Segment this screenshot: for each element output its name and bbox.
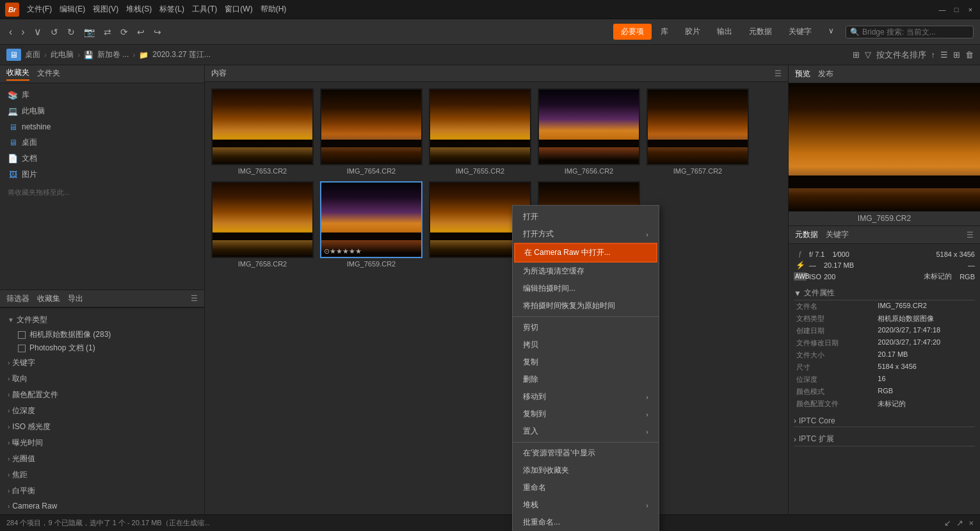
filter-icon[interactable]: ▽	[865, 50, 871, 60]
menu-stack[interactable]: 堆栈(S)	[126, 4, 152, 15]
filter-keywords[interactable]: › 关键字	[0, 355, 204, 371]
psd-checkbox[interactable]	[18, 345, 26, 352]
tab-essentials[interactable]: 必要项	[613, 24, 652, 40]
thumb-img-7655[interactable]	[429, 88, 531, 165]
thumb-img-7659[interactable]: ⊙★★★★★	[320, 181, 422, 258]
minimize-button[interactable]: —	[938, 5, 947, 14]
path-computer[interactable]: 此电脑	[51, 49, 74, 60]
thumb-7654[interactable]: IMG_7654.CR2	[320, 88, 422, 175]
tab-keywords[interactable]: 关键字	[781, 24, 819, 40]
ctx-copy[interactable]: 拷贝	[513, 336, 659, 354]
sidebar-item-library[interactable]: 📚 库	[0, 87, 204, 103]
iptc-ext-title[interactable]: › IPTC 扩展	[794, 432, 975, 446]
menu-window[interactable]: 窗口(W)	[225, 4, 252, 15]
ctx-rename[interactable]: 重命名	[513, 479, 659, 496]
filter-bitdepth[interactable]: › 位深度	[0, 403, 204, 419]
filter-colorprofile[interactable]: › 颜色配置文件	[0, 387, 204, 403]
thumb-img-7653[interactable]	[211, 88, 314, 165]
tab-more[interactable]: ∨	[821, 24, 842, 40]
thumb-7659[interactable]: ⊙★★★★★ IMG_7659.CR2	[320, 181, 422, 268]
filter-exposure[interactable]: › 曝光时间	[0, 435, 204, 451]
ctx-clear-cache[interactable]: 为所选项清空缓存	[513, 263, 659, 280]
tab-metadata-right[interactable]: 元数据	[795, 229, 818, 240]
ctx-copy-to[interactable]: 复制到 ›	[513, 405, 659, 423]
filter-whitebalance[interactable]: › 白平衡	[0, 483, 204, 499]
view-options-icon[interactable]: ⊞	[853, 50, 860, 60]
thumb-7653[interactable]: IMG_7653.CR2	[211, 88, 314, 175]
filter-cameraraw[interactable]: › Camera Raw	[0, 499, 204, 513]
view-grid-icon[interactable]: ⊞	[953, 50, 960, 60]
maximize-button[interactable]: □	[952, 5, 961, 14]
thumb-7658[interactable]: IMG_7658.CR2	[211, 181, 314, 268]
menu-view[interactable]: 视图(V)	[93, 4, 118, 15]
sidebar-item-documents[interactable]: 📄 文档	[0, 151, 204, 167]
move-icon[interactable]: ⇄	[101, 26, 114, 38]
menu-help[interactable]: 帮助(H)	[261, 4, 287, 15]
tab-metadata[interactable]: 元数据	[741, 24, 780, 40]
menu-tools[interactable]: 工具(T)	[192, 4, 217, 15]
view-list-icon[interactable]: ☰	[940, 50, 948, 60]
path-folder[interactable]: 2020.3.27 莲江...	[152, 49, 211, 60]
camera-icon[interactable]: 📷	[81, 26, 97, 38]
filter-psd[interactable]: Photoshop 文档 (1)	[0, 341, 204, 355]
filter-filetype[interactable]: ▼ 文件类型	[0, 312, 204, 328]
path-desktop[interactable]: 桌面	[25, 49, 40, 60]
ctx-open[interactable]: 打开	[513, 208, 659, 225]
refresh-icon[interactable]: ⟳	[118, 26, 131, 38]
thumb-img-7654[interactable]	[320, 88, 422, 165]
tab-publish[interactable]: 发布	[818, 69, 833, 79]
filter-raw[interactable]: 相机原始数据图像 (283)	[0, 328, 204, 341]
thumb-img-7658[interactable]	[211, 181, 314, 258]
iptc-core-title[interactable]: › IPTC Core	[794, 415, 975, 427]
thumb-7657[interactable]: IMG_7657.CR2	[647, 88, 749, 175]
search-input[interactable]	[862, 28, 958, 37]
sidebar-item-computer[interactable]: 💻 此电脑	[0, 103, 204, 119]
tab-preview[interactable]: 预览	[795, 69, 810, 79]
sidebar-item-desktop[interactable]: 🖥 桌面	[0, 135, 204, 151]
content-menu-icon[interactable]: ☰	[775, 69, 782, 78]
nav-back[interactable]: ‹	[6, 25, 15, 39]
status-icon-right[interactable]: ↗	[956, 518, 963, 528]
status-icon-close[interactable]: ×	[968, 518, 974, 528]
tab-filmstrip[interactable]: 胶片	[677, 24, 708, 40]
ctx-camera-raw[interactable]: 在 Camera Raw 中打开...	[514, 243, 657, 263]
ctx-batch-rename[interactable]: 批重命名...	[513, 514, 659, 531]
ctx-show-in-explorer[interactable]: 在'资源管理器'中显示	[513, 445, 659, 462]
ctx-place[interactable]: 置入 ›	[513, 423, 659, 440]
filter-orientation[interactable]: › 取向	[0, 371, 204, 387]
menu-edit[interactable]: 编辑(E)	[60, 4, 85, 15]
filter-aperture[interactable]: › 光圈值	[0, 451, 204, 467]
filter-focallength[interactable]: › 焦距	[0, 467, 204, 483]
sidebar-item-pictures[interactable]: 🖼 图片	[0, 167, 204, 183]
ctx-edit-capture-time[interactable]: 编辑拍摄时间...	[513, 280, 659, 297]
redo-icon[interactable]: ↪	[151, 26, 164, 38]
delete-icon[interactable]: 🗑	[965, 50, 974, 60]
sidebar-tab-folder[interactable]: 文件夹	[37, 68, 60, 80]
filter-menu-icon[interactable]: ☰	[191, 294, 198, 303]
sidebar-tab-favorites[interactable]: 收藏夹	[6, 67, 29, 81]
tab-keywords-right[interactable]: 关键字	[826, 229, 849, 240]
undo-icon[interactable]: ↩	[134, 26, 147, 38]
filter-tab-collections[interactable]: 收藏集	[37, 293, 60, 304]
status-icon-left[interactable]: ↙	[944, 518, 951, 528]
ctx-add-to-favorites[interactable]: 添加到收藏夹	[513, 462, 659, 479]
ctx-restore-time[interactable]: 将拍摄时间恢复为原始时间	[513, 297, 659, 315]
menu-file[interactable]: 文件(F)	[27, 4, 52, 15]
filter-iso[interactable]: › ISO 感光度	[0, 419, 204, 435]
meta-menu-icon[interactable]: ☰	[967, 231, 974, 240]
sort-label[interactable]: 按文件名排序	[876, 49, 926, 61]
ctx-move-to[interactable]: 移动到 ›	[513, 388, 659, 405]
menu-label[interactable]: 标签(L)	[159, 4, 184, 15]
thumb-7656[interactable]: IMG_7656.CR2	[538, 88, 640, 175]
path-drive[interactable]: 新加卷 ...	[97, 49, 129, 60]
ctx-open-with[interactable]: 打开方式 ›	[513, 225, 659, 243]
nav-rotate-right[interactable]: ↻	[65, 26, 77, 38]
filter-tab-filter[interactable]: 筛选器	[6, 293, 29, 304]
sort-up-icon[interactable]: ↑	[931, 50, 936, 60]
tab-output[interactable]: 输出	[709, 24, 740, 40]
thumb-7655[interactable]: IMG_7655.CR2	[429, 88, 531, 175]
nav-rotate-left[interactable]: ↺	[48, 26, 61, 38]
thumb-img-7656[interactable]	[538, 88, 640, 165]
file-props-title[interactable]: ▼ 文件属性	[794, 286, 975, 300]
tab-library[interactable]: 库	[653, 24, 676, 40]
